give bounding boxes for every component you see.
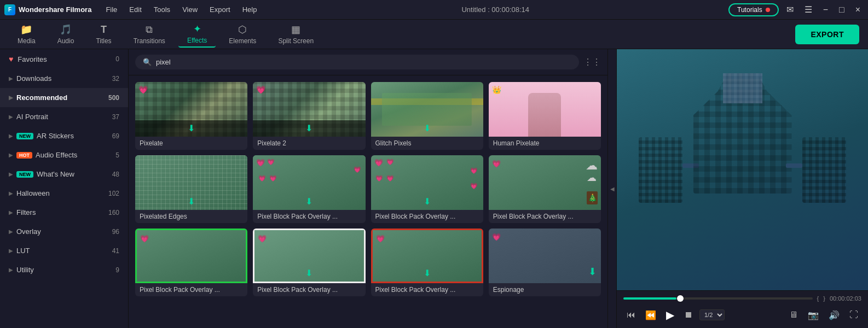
heart-sprite-5: 💗 (269, 175, 277, 182)
menu-view[interactable]: View (177, 3, 203, 16)
play-button[interactable]: ▶ (663, 306, 678, 324)
toolbar-audio[interactable]: 🎵 Audio (49, 21, 83, 47)
favorite-heart-icon2: 💗 (256, 85, 265, 94)
effect-label-edges: Pixelated Edges (135, 210, 247, 223)
sidebar-item-whats-new[interactable]: ▶ NEW What's New 48 (0, 165, 128, 184)
list-icon[interactable]: ☰ (801, 3, 815, 16)
close-button[interactable]: × (852, 4, 864, 16)
effect-card-pixel-block-6[interactable]: 💗 ⬇ Pixel Block Pack Overlay ... (371, 229, 483, 296)
frame-back-button[interactable]: ⏪ (642, 308, 659, 323)
search-input-wrap[interactable]: 🔍 (135, 55, 579, 69)
fullscreen-button[interactable]: ⛶ (846, 308, 861, 322)
toolbar-effects[interactable]: ✦ Effects (178, 21, 216, 48)
sidebar-filters-label: Filters (16, 208, 106, 216)
media-icon: 📁 (20, 24, 32, 36)
effect-card-edges[interactable]: ⬇ Pixelated Edges (135, 155, 247, 223)
effect-card-pixelate2[interactable]: 💗 ⬇ Pixelate 2 (253, 82, 365, 150)
toolbar-splitscreen[interactable]: ▦ Split Screen (269, 21, 322, 47)
sidebar-item-ar-stickers[interactable]: ▶ NEW AR Stickers 69 (0, 126, 128, 145)
effect-card-pixel-block-2[interactable]: 💗 💗 💗 💗 💗 💗 ⬇ Pixel Block Pack Overlay .… (371, 155, 483, 223)
audio-icon: 🎵 (60, 24, 72, 36)
toolbar-transitions[interactable]: ⧉ Transitions (125, 22, 174, 47)
human-figure (528, 93, 561, 137)
sidebar-item-downloads[interactable]: ▶ Downloads 32 (0, 69, 128, 88)
elements-icon: ⬡ (238, 24, 247, 36)
toolbar-elements-label: Elements (229, 37, 256, 45)
speed-select[interactable]: 1/2 1 2 (699, 309, 725, 320)
step-back-button[interactable]: ⏮ (623, 308, 639, 322)
progress-fill (623, 297, 676, 300)
toolbar-titles[interactable]: T Titles (87, 22, 120, 47)
mark-out: } (823, 295, 825, 302)
tutorials-button[interactable]: Tutorials (728, 3, 779, 16)
sidebar-item-overlay[interactable]: ▶ Overlay 96 (0, 222, 128, 241)
effect-thumb-pixelate2: 💗 ⬇ (253, 82, 365, 137)
sidebar-item-favorites[interactable]: ♥ Favorites 0 (0, 49, 128, 69)
sidebar-overlay-count: 96 (112, 228, 119, 236)
effect-card-espionage[interactable]: 💗 ⬇ Espionage (489, 229, 601, 296)
effect-thumb-block5: 💗 ⬇ (253, 229, 365, 283)
export-button[interactable]: EXPORT (795, 25, 859, 44)
sidebar-audio-label: Audio Effects (36, 151, 113, 159)
mail-icon[interactable]: ✉ (783, 3, 797, 16)
effect-label-block6: Pixel Block Pack Overlay ... (371, 283, 483, 296)
effect-card-human[interactable]: 👑 Human Pixelate (489, 82, 601, 150)
sidebar-item-filters[interactable]: ▶ Filters 160 (0, 203, 128, 222)
expand-icon-ai: ▶ (9, 114, 13, 120)
sidebar-utility-count: 9 (115, 266, 119, 274)
effect-card-pixel-block-1[interactable]: 💗 💗 💗 💗 💗 ⬇ Pixel Block Pack Overlay ... (253, 155, 365, 223)
sidebar-item-ai-portrait[interactable]: ▶ AI Portrait 37 (0, 107, 128, 126)
effect-thumb-edges: ⬇ (135, 155, 247, 210)
download-icon-block6: ⬇ (424, 268, 431, 278)
toolbar-elements[interactable]: ⬡ Elements (220, 21, 265, 47)
titlebar-menu: File Edit Tools View Export Help (100, 3, 262, 16)
toolbar: 📁 Media 🎵 Audio T Titles ⧉ Transitions ✦… (0, 20, 868, 49)
snapshot-button[interactable]: 📷 (805, 308, 822, 323)
effect-card-pixel-block-3[interactable]: 💗 ☁ ☁ 🎄 Pixel Block Pack Overlay ... (489, 155, 601, 223)
effect-card-pixel-block-4[interactable]: 💗 Pixel Block Pack Overlay ... (135, 229, 247, 296)
minimize-button[interactable]: − (820, 4, 831, 16)
main-area: ♥ Favorites 0 ▶ Downloads 32 ▶ Recommend… (0, 49, 868, 328)
effects-grid: 💗 ⬇ Pixelate 💗 ⬇ Pixelate 2 (129, 75, 607, 328)
effect-card-pixelate[interactable]: 💗 ⬇ Pixelate (135, 82, 247, 150)
menu-help[interactable]: Help (237, 3, 263, 16)
menu-export[interactable]: Export (204, 3, 236, 16)
menu-edit[interactable]: Edit (124, 3, 147, 16)
expand-icon-utility: ▶ (9, 267, 13, 273)
new-badge-ar: NEW (16, 133, 33, 139)
preview-video (617, 49, 868, 290)
stop-button[interactable]: ⏹ (681, 308, 696, 322)
sidebar-item-halloween[interactable]: ▶ Halloween 102 (0, 184, 128, 203)
effect-label-block3: Pixel Block Pack Overlay ... (489, 210, 601, 223)
progress-knob[interactable] (677, 295, 684, 302)
download-icon: ⬇ (188, 123, 195, 133)
progress-track[interactable] (623, 297, 813, 300)
sidebar-item-recommended[interactable]: ▶ Recommended 500 (0, 88, 128, 107)
grid-layout-icon[interactable]: ⋮⋮ (583, 57, 601, 67)
sidebar-lut-label: LUT (16, 247, 110, 255)
menu-file[interactable]: File (100, 3, 123, 16)
heart-icon: ♥ (9, 55, 13, 63)
menu-tools[interactable]: Tools (148, 3, 176, 16)
sidebar-item-audio-effects[interactable]: ▶ HOT Audio Effects 5 (0, 145, 128, 165)
sidebar-collapse-button[interactable]: ◀ (607, 49, 616, 328)
toolbar-media[interactable]: 📁 Media (9, 21, 44, 47)
volume-button[interactable]: 🔊 (825, 308, 843, 323)
crown-icon: 👑 (492, 85, 501, 94)
screen-icon[interactable]: 🖥 (786, 308, 801, 322)
toolbar-audio-label: Audio (57, 37, 74, 45)
effect-thumb-glitch: ⬇ (371, 82, 483, 137)
effect-card-glitch[interactable]: ⬇ Glitch Pixels (371, 82, 483, 150)
heart-b2-1: 💗 (374, 159, 383, 167)
effect-card-pixel-block-5[interactable]: 💗 ⬇ Pixel Block Pack Overlay ... (253, 229, 365, 296)
sidebar-item-utility[interactable]: ▶ Utility 9 (0, 260, 128, 279)
maximize-button[interactable]: □ (836, 4, 848, 16)
search-input[interactable] (156, 58, 571, 66)
expand-icon-new: ▶ (9, 171, 13, 177)
heart-sprite-3: 💗 (354, 166, 361, 173)
effect-thumb-espionage: 💗 ⬇ (489, 229, 601, 283)
effect-label-human: Human Pixelate (489, 137, 601, 150)
sidebar-item-lut[interactable]: ▶ LUT 41 (0, 241, 128, 260)
titlebar-right: Tutorials ✉ ☰ − □ × (728, 3, 864, 16)
right-arm (786, 163, 802, 168)
